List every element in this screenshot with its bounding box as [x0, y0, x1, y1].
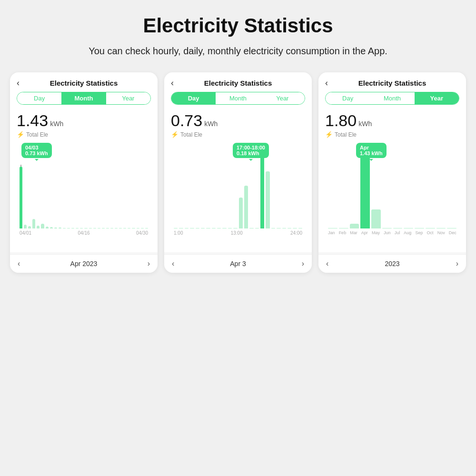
bar-0-1 — [24, 225, 27, 228]
bar-0-23 — [119, 228, 122, 228]
nav-next-1[interactable]: › — [148, 259, 150, 268]
total-ele-row-1: ⚡ Total Ele — [17, 131, 151, 138]
bar-1-5 — [201, 228, 205, 228]
tab-month-3[interactable]: Month — [370, 92, 414, 104]
bar-1-18 — [271, 228, 275, 228]
bar-0-3 — [32, 219, 35, 228]
bar-1-7 — [212, 228, 216, 228]
total-ele-label-3: Total Ele — [335, 131, 357, 138]
tab-year-1[interactable]: Year — [106, 92, 150, 104]
back-arrow-3[interactable]: ‹ — [325, 78, 328, 88]
back-arrow-1[interactable]: ‹ — [17, 78, 20, 88]
bar-2-4 — [371, 209, 381, 228]
nav-next-2[interactable]: › — [302, 259, 304, 268]
card-title-3: Electricity Statistics — [358, 79, 426, 87]
tab-year-3[interactable]: Year — [415, 92, 459, 104]
kwh-unit-1: kWh — [50, 120, 63, 128]
bar-0-17 — [93, 228, 96, 228]
bar-2-3 — [360, 157, 370, 228]
kwh-row-3: 1.80 kWh — [325, 111, 459, 130]
nav-label-1: Apr 2023 — [70, 260, 98, 268]
bar-0-6 — [46, 227, 49, 228]
bar-1-4 — [196, 228, 199, 228]
bar-0-19 — [102, 228, 105, 228]
bar-0-8 — [54, 228, 57, 228]
bar-1-20 — [282, 228, 286, 228]
day-card: ‹ Electricity Statistics Day Month Year … — [164, 72, 312, 273]
bar-1-15 — [255, 228, 259, 228]
card-header-1: ‹ Electricity Statistics — [10, 72, 158, 92]
card-body-3: Day Month Year 1.80 kWh ⚡ Total Ele Apr … — [318, 92, 466, 252]
total-ele-row-3: ⚡ Total Ele — [325, 131, 459, 138]
bar-2-1 — [339, 228, 348, 228]
bar-2-2 — [350, 224, 359, 228]
tab-row-2: Day Month Year — [171, 92, 305, 105]
tab-day-3[interactable]: Day — [326, 92, 370, 104]
bar-0-24 — [123, 228, 126, 228]
bar-0-29 — [145, 228, 148, 228]
total-ele-row-2: ⚡ Total Ele — [171, 131, 305, 138]
bar-1-21 — [288, 228, 291, 228]
tooltip-date-1: 04/03 — [25, 145, 48, 150]
card-title-1: Electricity Statistics — [50, 79, 118, 87]
back-arrow-2[interactable]: ‹ — [171, 78, 174, 88]
tooltip-val-1: 0.73 kWh — [25, 150, 48, 156]
kwh-unit-2: kWh — [204, 120, 218, 128]
bar-0-7 — [50, 227, 53, 228]
bar-0-12 — [71, 228, 74, 228]
nav-label-3: 2023 — [385, 260, 399, 268]
tab-month-1[interactable]: Month — [61, 92, 106, 104]
card-body-2: Day Month Year 0.73 kWh ⚡ Total Ele 17:0… — [164, 92, 312, 252]
bar-2-7 — [404, 228, 413, 228]
bar-1-1 — [179, 228, 183, 228]
x-axis-2: 1:00 13:00 24:00 — [173, 228, 303, 236]
kwh-value-1: 1.43 — [17, 111, 48, 130]
bar-0-28 — [141, 228, 144, 228]
nav-prev-2[interactable]: ‹ — [172, 259, 174, 268]
bar-2-6 — [393, 228, 403, 228]
nav-label-2: Apr 3 — [230, 260, 246, 268]
bar-1-22 — [293, 228, 297, 228]
lightning-icon-2: ⚡ — [171, 131, 178, 138]
card-title-2: Electricity Statistics — [204, 79, 272, 87]
lightning-icon-3: ⚡ — [325, 131, 333, 138]
bar-1-3 — [190, 228, 194, 228]
nav-prev-1[interactable]: ‹ — [18, 259, 20, 268]
bar-0-14 — [80, 228, 83, 228]
kwh-row-1: 1.43 kWh — [17, 111, 151, 130]
year-card: ‹ Electricity Statistics Day Month Year … — [318, 72, 466, 273]
bar-1-8 — [217, 228, 221, 228]
tab-day-1[interactable]: Day — [17, 92, 61, 104]
bar-0-22 — [115, 228, 118, 228]
bar-0-21 — [110, 228, 113, 228]
bar-1-11 — [233, 228, 237, 228]
nav-prev-3[interactable]: ‹ — [326, 259, 328, 268]
bar-2-11 — [447, 228, 456, 228]
month-card: ‹ Electricity Statistics Day Month Year … — [10, 72, 158, 273]
bar-1-2 — [185, 228, 188, 228]
card-header-2: ‹ Electricity Statistics — [164, 72, 312, 92]
bar-1-16 — [260, 155, 264, 228]
nav-next-3[interactable]: › — [456, 259, 458, 268]
bar-1-17 — [266, 171, 269, 228]
bar-1-9 — [222, 228, 226, 228]
chart-tooltip-2: 17:00-18:00 0.18 kWh — [233, 143, 269, 158]
chart-tooltip-3: Apr 1.43 kWh — [356, 143, 387, 158]
tooltip-date-3: Apr — [360, 145, 383, 150]
bar-2-0 — [328, 228, 337, 228]
bar-1-12 — [239, 198, 243, 228]
bar-0-2 — [28, 226, 31, 228]
tab-year-2[interactable]: Year — [260, 92, 305, 104]
bottom-nav-2: ‹ Apr 3 › — [164, 254, 312, 273]
tab-row-3: Day Month Year — [325, 92, 459, 105]
bar-2-10 — [436, 228, 446, 228]
bar-0-10 — [63, 228, 66, 228]
bar-0-5 — [41, 224, 44, 228]
card-body-1: Day Month Year 1.43 kWh ⚡ Total Ele 04/0… — [10, 92, 158, 252]
bar-0-26 — [132, 228, 135, 228]
chart-area-2: 17:00-18:00 0.18 kWh 1:00 13:00 24:00 — [171, 143, 305, 248]
tab-month-2[interactable]: Month — [216, 92, 260, 104]
tab-day-2[interactable]: Day — [171, 92, 216, 104]
bar-1-19 — [277, 228, 280, 228]
tooltip-val-2: 0.18 kWh — [237, 150, 265, 156]
